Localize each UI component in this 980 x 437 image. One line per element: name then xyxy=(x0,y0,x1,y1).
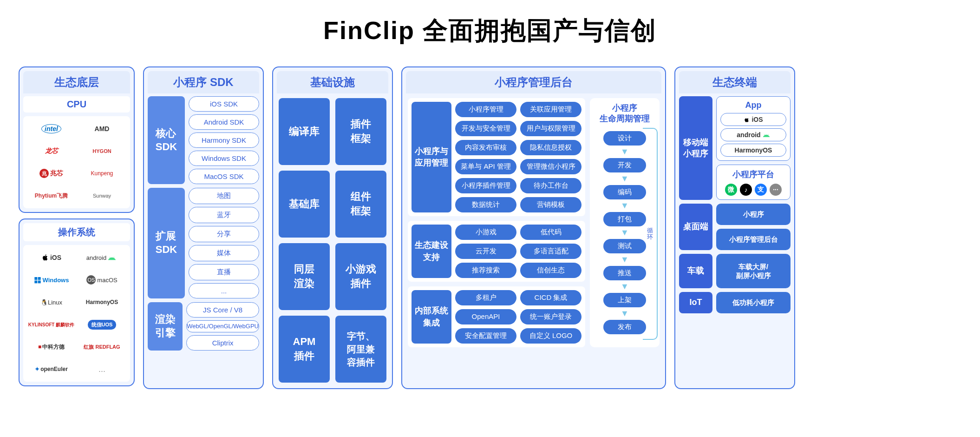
wechat-icon: 微 xyxy=(725,184,737,196)
terminal-item: 低功耗小程序 xyxy=(716,292,791,313)
mgmt-item: 小游戏 xyxy=(455,225,516,240)
logo-loongson: 龙芯 xyxy=(27,142,76,160)
lifecycle-step: 上架 xyxy=(603,293,646,307)
alipay-icon: 支 xyxy=(755,184,767,196)
label-internal-integration: 内部系统 集成 xyxy=(412,290,451,344)
header-infra: 基础设施 xyxy=(277,71,388,93)
mgmt-item: 云开发 xyxy=(455,244,516,259)
mgmt-item: 内容发布审核 xyxy=(455,140,516,155)
mgmt-item: 待办工作台 xyxy=(520,178,581,193)
platform-icons: 微 ♪ 支 ··· xyxy=(720,184,786,196)
infra-item: 基础库 xyxy=(279,171,330,238)
logo-amd: AMD xyxy=(78,120,126,138)
sdk-item: 地图 xyxy=(189,188,259,204)
svg-rect-2 xyxy=(34,280,37,283)
sdk-item: JS Core / V8 xyxy=(186,302,259,318)
infra-item: 同层 渲染 xyxy=(279,243,330,310)
infra-item: 小游戏 插件 xyxy=(335,243,386,310)
arrow-down-icon: ▼ xyxy=(621,201,629,211)
terminal-desktop-row: 桌面端 小程序 小程序管理后台 xyxy=(679,204,791,250)
mgmt-item: 自定义 LOGO xyxy=(520,328,581,344)
lifecycle-step: 发布 xyxy=(603,320,646,334)
column-infra: 基础设施 编译库 插件 框架 基础库 组件 框架 同层 渲染 小游戏 插件 AP… xyxy=(272,66,393,389)
mgmt-item: CICD 集成 xyxy=(520,290,581,305)
logo-kunpeng: Kunpeng xyxy=(78,165,126,182)
mgmt-item: 小程序插件管理 xyxy=(455,178,516,193)
infra-item: 编译库 xyxy=(279,98,330,165)
infra-item: APM 插件 xyxy=(279,316,330,383)
logo-intel: intel xyxy=(27,120,76,138)
logo-redflag: 红旗 REDFLAG xyxy=(78,338,126,356)
sdk-item: 媒体 xyxy=(189,245,259,261)
logo-sunway: Sunway xyxy=(78,187,126,205)
mgmt-item: 统一账户登录 xyxy=(520,309,581,324)
terminal-car-row: 车载 车载大屏/ 副屏小程序 xyxy=(679,254,791,288)
logo-windows: Windows xyxy=(27,271,76,289)
mgmt-item: 隐私信息授权 xyxy=(520,140,581,155)
cpu-grid: intel AMD 龙芯 HYGON 兆兆芯 Kunpeng Phytium飞腾… xyxy=(23,116,130,208)
section-internal-integration: 内部系统 集成 多租户 CICD 集成 OpenAPI 统一账户登录 安全配置管… xyxy=(408,286,585,347)
panel-sdk: 小程序 SDK 核心 SDK iOS SDK Android SDK Harmo… xyxy=(143,66,264,389)
logo-uos: 统信UOS xyxy=(78,316,126,333)
sdk-core-row: 核心 SDK iOS SDK Android SDK Harmony SDK W… xyxy=(148,96,259,184)
sdk-item: Harmony SDK xyxy=(189,132,259,148)
douyin-icon: ♪ xyxy=(740,184,752,196)
sdk-item: iOS SDK xyxy=(189,96,259,112)
label-miniapp-platform: 小程序平台 xyxy=(720,169,786,180)
panel-terminal: 生态终端 移动端 小程序 App iOS android HarmonyOS 小… xyxy=(674,66,795,389)
svg-rect-1 xyxy=(38,277,40,280)
panel-cpu-os: 生态底层 CPU intel AMD 龙芯 HYGON 兆兆芯 Kunpeng … xyxy=(19,66,135,213)
arrow-down-icon: ▼ xyxy=(621,228,629,238)
infra-item: 组件 框架 xyxy=(335,171,386,238)
label-desktop: 桌面端 xyxy=(679,204,712,250)
arrow-down-icon: ▼ xyxy=(621,282,629,291)
sdk-item: Windows SDK xyxy=(189,151,259,166)
sdk-ext-row: 扩展 SDK 地图 蓝牙 分享 媒体 直播 ... xyxy=(148,188,259,298)
logo-ios: iOS xyxy=(27,249,76,266)
label-render-engine: 渲染 引擎 xyxy=(148,302,183,351)
logo-hygon: HYGON xyxy=(78,142,126,160)
sdk-item-more: ... xyxy=(189,283,259,298)
sdk-item: Android SDK xyxy=(189,114,259,130)
mgmt-item: 低代码 xyxy=(520,225,581,240)
sdk-item: 直播 xyxy=(189,264,259,280)
logo-kylin: KYLINSOFT 麒麟软件 xyxy=(27,316,76,333)
label-eco-support: 生态建设 支持 xyxy=(412,225,451,278)
terminal-item: 车载大屏/ 副屏小程序 xyxy=(716,254,791,288)
sdk-render-row: 渲染 引擎 JS Core / V8 WebGL/OpenGL/WebGPU C… xyxy=(148,302,259,351)
diagram-body: 生态底层 CPU intel AMD 龙芯 HYGON 兆兆芯 Kunpeng … xyxy=(19,66,961,389)
label-core-sdk: 核心 SDK xyxy=(148,96,185,184)
mgmt-item: 开发与安全管理 xyxy=(455,121,516,136)
header-sdk: 小程序 SDK xyxy=(148,71,259,93)
panel-os: 操作系统 iOS android Windows OSmacOS 🐧Linux … xyxy=(19,218,135,386)
section-eco-support: 生态建设 支持 小游戏 低代码 云开发 多语言适配 推荐搜索 信创生态 xyxy=(408,221,585,282)
svg-rect-3 xyxy=(38,280,40,283)
mgmt-item: 信创生态 xyxy=(520,263,581,278)
label-app-mgmt: 小程序与 应用管理 xyxy=(412,102,451,212)
terminal-item: 小程序 xyxy=(716,204,791,225)
lifecycle-step: 开发 xyxy=(603,158,646,172)
logo-more: ... xyxy=(78,360,126,378)
lifecycle-step: 测试 xyxy=(603,239,646,253)
logo-zhaoxin: 兆兆芯 xyxy=(27,165,76,182)
terminal-item: 小程序管理后台 xyxy=(716,229,791,250)
mgmt-item: 关联应用管理 xyxy=(520,102,581,117)
header-ecosystem-base: 生态底层 xyxy=(23,71,130,93)
lifecycle-loop-indicator: 循 环 xyxy=(643,128,658,340)
os-pill-ios: iOS xyxy=(720,113,786,126)
more-icon: ··· xyxy=(770,184,782,196)
sdk-item: MacOS SDK xyxy=(189,169,259,184)
terminal-iot-row: IoT 低功耗小程序 xyxy=(679,292,791,313)
mgmt-item: 用户与权限管理 xyxy=(520,121,581,136)
column-ecosystem-base: 生态底层 CPU intel AMD 龙芯 HYGON 兆兆芯 Kunpeng … xyxy=(19,66,135,389)
logo-macos: OSmacOS xyxy=(78,271,126,289)
logo-linux: 🐧Linux xyxy=(27,293,76,311)
mgmt-item: 营销模板 xyxy=(520,197,581,212)
column-sdk: 小程序 SDK 核心 SDK iOS SDK Android SDK Harmo… xyxy=(143,66,264,389)
mgmt-item: 安全配置管理 xyxy=(455,328,516,344)
infra-item: 字节、 阿里兼 容插件 xyxy=(335,316,386,383)
os-grid: iOS android Windows OSmacOS 🐧Linux Harmo… xyxy=(23,245,130,382)
arrow-down-icon: ▼ xyxy=(621,255,629,265)
mgmt-item: 小程序管理 xyxy=(455,102,516,117)
logo-android: android xyxy=(78,249,126,266)
